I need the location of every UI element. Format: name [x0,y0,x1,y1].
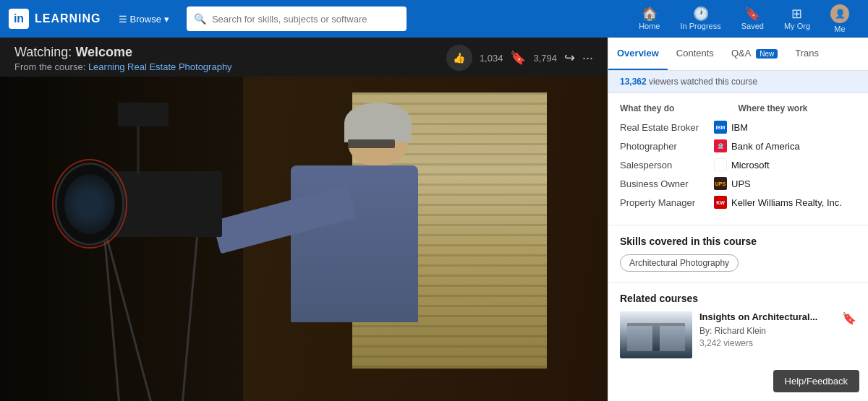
nav-home-label: Home [639,22,660,30]
bank-of-america-logo: 🏦 [714,139,727,152]
right-panel: Overview Contents Q&A New Trans 13,362 v… [608,38,868,401]
help-feedback-button[interactable]: Help/Feedback [773,370,859,392]
course-author: By: Richard Klein [699,326,835,336]
ups-logo: UPS [714,177,727,190]
microsoft-logo: ⊞ [714,158,727,171]
audience-headers: What they do Where they work [620,103,856,113]
video-player[interactable]: ▶ ↺ ⏮ ⏭ 0:50 / 1:00 [0,77,608,401]
related-courses-section: Related courses Insights [608,283,868,368]
nav-me-label: Me [834,25,845,33]
nav-items: 🏠 Home 🕐 In Progress 🔖 Saved ⊞ My Org 👤 … [629,1,859,36]
clock-icon: 🕐 [693,7,709,20]
audience-row: Salesperson ⊞ Microsoft [620,158,856,171]
tab-contents-label: Contents [676,48,714,59]
audience-row: Property Manager KW Keller Williams Real… [620,196,856,209]
audience-row: Business Owner UPS UPS [620,177,856,190]
skills-section: Skills covered in this course Architectu… [608,225,868,283]
share-button[interactable]: ↪ [564,50,575,66]
top-navigation: in LEARNING ☰ Browse ▾ 🔍 🏠 Home 🕐 In Pro… [0,0,868,38]
tab-qna-label: Q&A [731,48,751,59]
avatar: 👤 [830,4,849,23]
related-title: Related courses [620,293,856,304]
skills-title: Skills covered in this course [620,236,856,247]
course-link[interactable]: Learning Real Estate Photography [88,61,232,72]
ibm-company: IBM [731,122,748,133]
new-badge: New [756,49,778,59]
role-property-manager: Property Manager [620,197,714,208]
nav-home[interactable]: 🏠 Home [629,4,670,33]
course-prefix: From the course: [14,61,88,72]
like-button[interactable]: 👍 [446,45,472,71]
viewers-banner: 13,362 viewers watched this course [608,71,868,93]
linkedin-logo: in [9,9,29,29]
course-thumb-inner [620,311,692,358]
tab-qna[interactable]: Q&A New [723,38,786,70]
chevron-down-icon: ▾ [164,14,169,25]
keller-williams-company: Keller Williams Realty, Inc. [731,197,842,208]
related-course-title[interactable]: Insights on Architectural... [699,311,835,324]
header-role: What they do [620,103,739,113]
video-title: Welcome [75,45,132,59]
right-content: 13,362 viewers watched this course What … [608,71,868,401]
main-layout: Watching: Welcome From the course: Learn… [0,38,868,401]
nav-my-org-label: My Org [784,22,810,30]
nav-in-progress[interactable]: 🕐 In Progress [670,4,731,33]
tab-trans[interactable]: Trans [786,38,827,70]
org-icon: ⊞ [791,7,802,20]
audience-row: Real Estate Broker IBM IBM [620,121,856,134]
microsoft-company: Microsoft [731,160,770,171]
viewers-text-suffix: viewers watched this course [649,77,757,87]
header-company: Where they work [739,103,857,113]
thumbs-up-icon: 👍 [453,52,465,64]
tabs-bar: Overview Contents Q&A New Trans [608,38,868,71]
views-count: 3,794 [533,53,557,64]
likes-count: 1,034 [480,53,503,64]
video-title-area: Watching: Welcome From the course: Learn… [14,45,232,72]
role-salesperson: Salesperson [620,160,714,171]
nav-saved[interactable]: 🔖 Saved [731,4,774,33]
nav-my-org[interactable]: ⊞ My Org [774,4,820,33]
bookmark-button[interactable]: 🔖 [510,50,526,66]
audience-row: Photographer 🏦 Bank of America [620,139,856,152]
search-icon: 🔍 [194,13,206,25]
role-business-owner: Business Owner [620,178,714,189]
bank-of-america-company: Bank of America [731,141,800,152]
learning-brand-label: LEARNING [35,12,101,25]
nav-saved-label: Saved [741,22,764,30]
left-panel: Watching: Welcome From the course: Learn… [0,38,608,401]
skill-tag-architectural-photography[interactable]: Architectural Photography [620,254,739,272]
related-course-card: Insights on Architectural... By: Richard… [620,311,856,358]
course-viewers: 3,242 viewers [699,338,835,348]
nav-me[interactable]: 👤 Me [820,1,859,36]
video-info-bar: Watching: Welcome From the course: Learn… [0,38,608,77]
course-thumbnail[interactable] [620,311,692,358]
watching-label: Watching: Welcome [14,45,232,60]
video-thumbnail [0,77,608,401]
ibm-logo: IBM [714,121,727,134]
ups-company: UPS [731,178,751,189]
grid-icon: ☰ [119,14,127,25]
nav-in-progress-label: In Progress [680,22,720,30]
role-real-estate-broker: Real Estate Broker [620,122,714,133]
course-label: From the course: Learning Real Estate Ph… [14,61,232,72]
keller-williams-logo: KW [714,196,727,209]
bookmark-icon: 🔖 [744,7,760,20]
search-container: 🔍 [187,7,407,31]
video-actions: 👍 1,034 🔖 3,794 ↪ ··· [446,45,593,71]
browse-label: Browse [130,14,161,25]
watching-prefix: Watching: [14,45,75,59]
search-input[interactable] [212,14,399,25]
tab-overview-label: Overview [617,48,659,59]
more-options-button[interactable]: ··· [582,51,593,66]
course-info: Insights on Architectural... By: Richard… [699,311,835,348]
course-bookmark-icon[interactable]: 🔖 [842,311,856,325]
browse-menu[interactable]: ☰ Browse ▾ [113,9,175,29]
tab-trans-label: Trans [795,48,819,59]
viewers-count: 13,362 [620,77,647,87]
tab-overview[interactable]: Overview [608,38,668,70]
tab-contents[interactable]: Contents [668,38,723,70]
audience-section: What they do Where they work Real Estate… [608,93,868,225]
role-photographer: Photographer [620,141,714,152]
home-icon: 🏠 [642,7,658,20]
